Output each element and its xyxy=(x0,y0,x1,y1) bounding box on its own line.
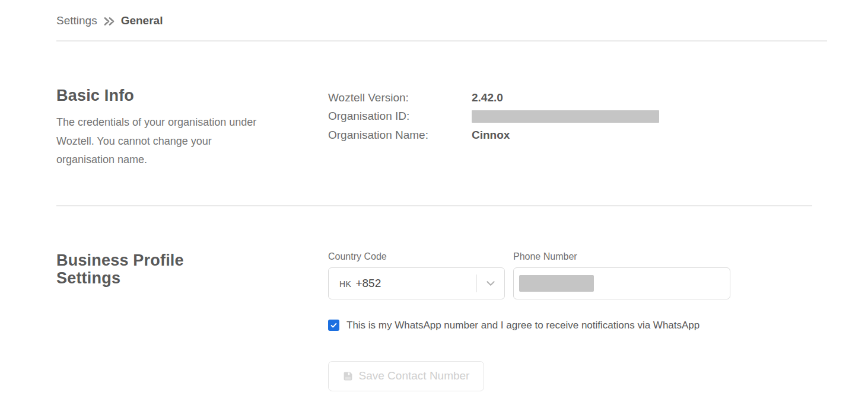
business-profile-title: Business Profile Settings xyxy=(56,251,217,287)
phone-number-input[interactable] xyxy=(513,267,730,299)
country-code-label: Country Code xyxy=(328,251,505,262)
organisation-name-value: Cinnox xyxy=(472,129,510,142)
country-dial-code: +852 xyxy=(355,277,381,290)
woztell-version-row: Woztell Version: 2.42.0 xyxy=(328,88,812,107)
phone-number-field-group: Phone Number xyxy=(513,251,730,299)
country-code-select[interactable]: HK +852 xyxy=(328,267,505,299)
contact-number-fields: Country Code HK +852 Phone Number xyxy=(328,251,812,299)
business-profile-section: Business Profile Settings Country Code H… xyxy=(56,206,812,418)
breadcrumb: Settings General xyxy=(56,0,827,42)
whatsapp-consent-checkbox[interactable] xyxy=(328,320,339,331)
phone-number-label: Phone Number xyxy=(513,251,730,262)
whatsapp-consent-row: This is my WhatsApp number and I agree t… xyxy=(328,320,812,331)
woztell-version-value: 2.42.0 xyxy=(472,91,503,104)
business-profile-intro: Business Profile Settings xyxy=(56,251,328,391)
organisation-id-row: Organisation ID: xyxy=(328,107,812,126)
breadcrumb-current-general: General xyxy=(121,14,163,27)
breadcrumb-settings-link[interactable]: Settings xyxy=(56,14,97,27)
chevron-down-icon xyxy=(485,278,496,289)
business-profile-form: Country Code HK +852 Phone Number xyxy=(328,251,812,391)
organisation-name-row: Organisation Name: Cinnox xyxy=(328,126,812,145)
organisation-name-label: Organisation Name: xyxy=(328,129,472,142)
basic-info-title: Basic Info xyxy=(56,87,292,104)
whatsapp-consent-label[interactable]: This is my WhatsApp number and I agree t… xyxy=(346,320,700,331)
organisation-id-redacted-value xyxy=(472,110,659,123)
double-chevron-right-icon xyxy=(103,17,115,26)
basic-info-values: Woztell Version: 2.42.0 Organisation ID:… xyxy=(328,87,812,170)
check-icon xyxy=(330,321,338,329)
woztell-version-label: Woztell Version: xyxy=(328,91,472,104)
select-divider xyxy=(476,275,476,292)
basic-info-description: The credentials of your organisation und… xyxy=(56,113,261,170)
save-icon xyxy=(343,371,353,381)
organisation-id-label: Organisation ID: xyxy=(328,110,472,123)
country-code-field-group: Country Code HK +852 xyxy=(328,251,505,299)
settings-general-page: Settings General Basic Info The credenti… xyxy=(0,0,868,418)
save-button-label: Save Contact Number xyxy=(359,369,470,382)
basic-info-section: Basic Info The credentials of your organ… xyxy=(56,42,812,206)
country-region-code: HK xyxy=(339,279,351,289)
phone-number-redacted-value xyxy=(519,275,594,292)
basic-info-intro: Basic Info The credentials of your organ… xyxy=(56,87,328,170)
save-contact-number-button[interactable]: Save Contact Number xyxy=(328,361,484,391)
